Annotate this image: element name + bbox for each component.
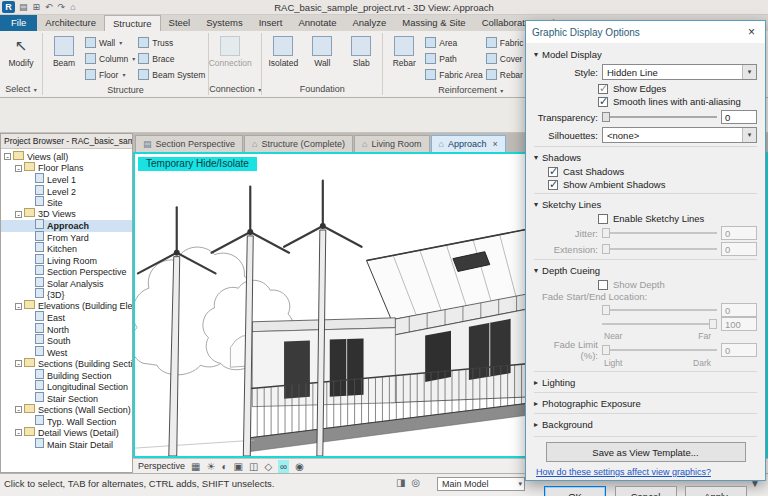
- help-link[interactable]: How do these settings affect view graphi…: [536, 467, 711, 477]
- tree-expander-icon[interactable]: [26, 314, 33, 321]
- tree-expander-icon[interactable]: [26, 280, 33, 287]
- silhouettes-dropdown[interactable]: <none>▾: [602, 127, 757, 143]
- modify-button[interactable]: ↖ Modify: [3, 33, 39, 68]
- design-options-icon[interactable]: ◎: [411, 477, 420, 488]
- ribbon-tab[interactable]: File: [0, 15, 37, 31]
- isolated-foundation-button[interactable]: Isolated: [265, 33, 301, 68]
- beam-button[interactable]: Beam: [46, 33, 82, 68]
- tree-item[interactable]: Level 2: [1, 186, 132, 198]
- transparency-value[interactable]: 0: [721, 110, 757, 124]
- section-sketchy-lines[interactable]: ▾Sketchy Lines: [534, 193, 757, 212]
- tree-item[interactable]: Stair Section: [1, 393, 132, 405]
- view-tab[interactable]: ⌂ Structure (Complete): [244, 135, 353, 152]
- temporary-hide-isolate-icon[interactable]: ∞: [278, 460, 289, 473]
- dialog-close-icon[interactable]: ×: [744, 25, 759, 39]
- tree-expander-icon[interactable]: [26, 257, 33, 264]
- enable-sketchy-checkbox[interactable]: [598, 214, 608, 224]
- rebar-button[interactable]: Rebar: [386, 33, 422, 68]
- tree-expander-icon[interactable]: [26, 245, 33, 252]
- tree-item[interactable]: {3D}: [1, 289, 132, 301]
- show-crop-region-icon[interactable]: ◫: [249, 460, 258, 473]
- ribbon-tab[interactable]: Insert: [251, 15, 291, 31]
- style-dropdown[interactable]: Hidden Line▾: [602, 64, 757, 80]
- main-model-dropdown[interactable]: Main Model▾: [437, 477, 525, 491]
- view-tab[interactable]: ⌂ Approach ×: [431, 135, 506, 152]
- fabric-area-button[interactable]: Fabric Area: [425, 67, 482, 82]
- tree-expander-icon[interactable]: -: [4, 153, 11, 160]
- tree-item[interactable]: Typ. Wall Section: [1, 416, 132, 428]
- tree-expander-icon[interactable]: [26, 337, 33, 344]
- tree-expander-icon[interactable]: -: [15, 303, 22, 310]
- section-depth-cueing[interactable]: ▾Depth Cueing: [534, 259, 757, 278]
- ribbon-tab[interactable]: Systems: [198, 15, 250, 31]
- transparency-slider[interactable]: [602, 111, 717, 123]
- worksharing-icon[interactable]: ◨: [396, 477, 405, 488]
- tree-item[interactable]: Solar Analysis: [1, 278, 132, 290]
- ribbon-tab[interactable]: Analyze: [344, 15, 394, 31]
- view-scale-label[interactable]: Perspective: [138, 461, 185, 471]
- path-rebar-button[interactable]: Path: [425, 51, 482, 66]
- tree-item[interactable]: West: [1, 347, 132, 359]
- section-shadows[interactable]: ▾Shadows: [534, 146, 757, 165]
- smooth-lines-checkbox[interactable]: [598, 97, 608, 107]
- view-tab-close-icon[interactable]: ×: [492, 139, 497, 149]
- tree-item[interactable]: - Elevations (Building Eleva: [1, 301, 132, 313]
- ribbon-tab[interactable]: Architecture: [37, 15, 104, 31]
- shadows-icon[interactable]: ◐: [221, 460, 227, 473]
- tree-expander-icon[interactable]: [26, 441, 33, 448]
- tree-expander-icon[interactable]: -: [15, 406, 22, 413]
- tree-expander-icon[interactable]: [26, 199, 33, 206]
- section-photographic-exposure[interactable]: ▸Photographic Exposure: [534, 392, 757, 411]
- tree-item[interactable]: - Views (all): [1, 151, 132, 163]
- panel-label-select[interactable]: Select ▾: [0, 83, 42, 97]
- tree-expander-icon[interactable]: [26, 234, 33, 241]
- slab-button[interactable]: Slab: [343, 33, 379, 68]
- view-tab[interactable]: ⌂ Living Room: [354, 135, 429, 152]
- project-browser-title[interactable]: Project Browser - RAC_basic_samp...: [1, 134, 132, 149]
- tree-expander-icon[interactable]: [26, 268, 33, 275]
- panel-label-connection[interactable]: Connection ▾: [209, 83, 261, 97]
- area-rebar-button[interactable]: Area: [425, 35, 482, 50]
- tree-expander-icon[interactable]: [26, 349, 33, 356]
- reveal-hidden-elements-icon[interactable]: ◉: [295, 460, 304, 473]
- lock-view-icon[interactable]: ◇: [264, 460, 272, 473]
- ok-button[interactable]: OK: [544, 486, 606, 496]
- cancel-button[interactable]: Cancel: [615, 486, 677, 496]
- tree-expander-icon[interactable]: -: [15, 211, 22, 218]
- tree-expander-icon[interactable]: [26, 176, 33, 183]
- tree-expander-icon[interactable]: [26, 326, 33, 333]
- wall-button[interactable]: Wall▾: [85, 35, 135, 50]
- ribbon-tab[interactable]: Steel: [161, 15, 199, 31]
- truss-button[interactable]: Truss: [138, 35, 205, 50]
- tree-expander-icon[interactable]: [26, 395, 33, 402]
- beam-system-button[interactable]: Beam System: [138, 67, 205, 82]
- wall-foundation-button[interactable]: Wall: [304, 33, 340, 68]
- tree-expander-icon[interactable]: [26, 291, 33, 298]
- tree-expander-icon[interactable]: -: [15, 360, 22, 367]
- brace-button[interactable]: Brace: [138, 51, 205, 66]
- tree-expander-icon[interactable]: [26, 383, 33, 390]
- ambient-shadows-checkbox[interactable]: [548, 180, 558, 190]
- tree-expander-icon[interactable]: -: [15, 429, 22, 436]
- apply-button[interactable]: Apply: [685, 486, 747, 496]
- tree-expander-icon[interactable]: [26, 418, 33, 425]
- section-lighting[interactable]: ▸Lighting: [534, 371, 757, 390]
- crop-view-icon[interactable]: ▣: [234, 460, 243, 473]
- ribbon-tab[interactable]: Annotate: [290, 15, 344, 31]
- section-background[interactable]: ▸Background: [534, 413, 757, 432]
- tree-expander-icon[interactable]: -: [15, 165, 22, 172]
- tree-expander-icon[interactable]: [26, 222, 33, 229]
- view-tab[interactable]: ▤ Section Perspective: [135, 135, 243, 152]
- tree-expander-icon[interactable]: [26, 188, 33, 195]
- save-as-view-template-button[interactable]: Save as View Template...: [546, 442, 746, 462]
- ribbon-tab[interactable]: Structure: [104, 15, 161, 31]
- tree-item[interactable]: Site: [1, 197, 132, 209]
- tree-item[interactable]: Main Stair Detail: [1, 439, 132, 451]
- ribbon-tab[interactable]: Massing & Site: [394, 15, 473, 31]
- cast-shadows-checkbox[interactable]: [548, 167, 558, 177]
- sun-path-icon[interactable]: ☀: [206, 460, 215, 473]
- column-button[interactable]: Column▾: [85, 51, 135, 66]
- floor-button[interactable]: Floor▾: [85, 67, 135, 82]
- section-model-display[interactable]: ▾Model Display: [534, 47, 757, 62]
- visual-style-icon[interactable]: ▦: [191, 460, 200, 473]
